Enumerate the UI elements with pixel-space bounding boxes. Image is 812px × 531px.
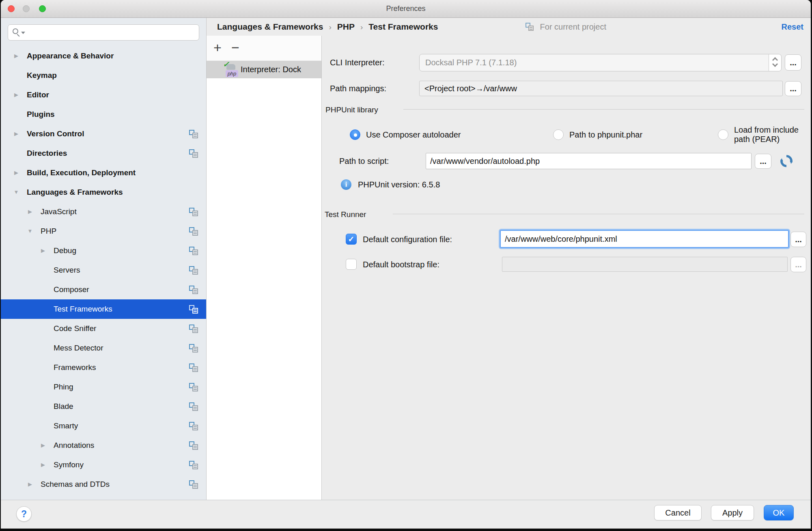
ok-button[interactable]: OK xyxy=(764,505,794,520)
radio-load-from-include-path-pear[interactable]: Load from include path (PEAR) xyxy=(718,128,811,141)
radio-label: Use Composer autoloader xyxy=(366,130,461,140)
default-bootstrap-file-label: Default bootstrap file: xyxy=(363,258,439,271)
sidebar-item-phing[interactable]: Phing xyxy=(1,377,206,397)
default-bootstrap-file-browse-button[interactable]: ... xyxy=(790,257,806,272)
radio-icon xyxy=(350,129,360,140)
sidebar-item-label: Smarty xyxy=(54,421,78,430)
radio-icon xyxy=(553,129,564,140)
breadcrumb-php[interactable]: PHP xyxy=(337,22,355,31)
sidebar-item-label: Build, Execution, Deployment xyxy=(27,168,136,177)
help-button[interactable]: ? xyxy=(16,506,32,522)
breadcrumb-separator-icon: › xyxy=(360,23,363,31)
reset-link[interactable]: Reset xyxy=(782,18,803,36)
default-bootstrap-file-checkbox[interactable] xyxy=(346,259,357,270)
sidebar-item-mess-detector[interactable]: Mess Detector xyxy=(1,338,206,358)
tree-toggle-icon[interactable]: ▶ xyxy=(12,85,20,105)
sidebar-item-schemas-and-dtds[interactable]: ▶ Schemas and DTDs xyxy=(1,475,206,494)
tree-toggle-icon[interactable]: ▼ xyxy=(12,183,20,202)
cli-interpreter-value: Docksal PHP 7.1 (7.1.18) xyxy=(425,54,765,71)
interpreter-item-label: Interpreter: Dock xyxy=(241,65,301,74)
radio-label: Load from include path (PEAR) xyxy=(734,125,811,144)
tree-toggle-icon[interactable]: ▼ xyxy=(26,221,34,241)
tree-toggle-icon[interactable]: ▶ xyxy=(12,46,20,66)
per-project-icon xyxy=(189,286,198,294)
sidebar-item-label: Frameworks xyxy=(54,363,96,372)
sidebar-item-build-execution-deployment[interactable]: ▶ Build, Execution, Deployment xyxy=(1,163,206,183)
radio-use-composer-autoloader[interactable]: Use Composer autoloader xyxy=(350,128,461,141)
sidebar-item-smarty[interactable]: Smarty xyxy=(1,416,206,436)
breadcrumb-languages-frameworks[interactable]: Languages & Frameworks xyxy=(217,22,323,31)
per-project-icon xyxy=(189,130,198,138)
per-project-icon xyxy=(189,227,198,236)
path-to-script-browse-button[interactable]: ... xyxy=(755,154,771,169)
sidebar-item-languages-frameworks[interactable]: ▼ Languages & Frameworks xyxy=(1,183,206,202)
tree-toggle-icon[interactable]: ▶ xyxy=(26,475,34,494)
breadcrumb: Languages & Frameworks›PHP›Test Framewor… xyxy=(217,18,438,36)
cancel-button[interactable]: Cancel xyxy=(654,505,702,520)
sidebar-item-plugins[interactable]: Plugins xyxy=(1,105,206,124)
radio-icon xyxy=(718,129,728,140)
sidebar-item-label: Keymap xyxy=(27,71,57,80)
stepper-icon[interactable] xyxy=(769,54,781,71)
sidebar-item-javascript[interactable]: ▶ JavaScript xyxy=(1,202,206,221)
sidebar-item-appearance-behavior[interactable]: ▶ Appearance & Behavior xyxy=(1,46,206,66)
sidebar-item-composer[interactable]: Composer xyxy=(1,280,206,299)
per-project-icon xyxy=(189,383,198,391)
sidebar-item-symfony[interactable]: ▶ Symfony xyxy=(1,455,206,475)
cli-interpreter-browse-button[interactable]: ... xyxy=(785,54,801,71)
per-project-icon xyxy=(189,208,198,216)
default-bootstrap-file-input xyxy=(502,257,788,272)
sidebar-item-label: Version Control xyxy=(27,129,84,138)
sidebar-item-servers[interactable]: Servers xyxy=(1,260,206,280)
sidebar-item-frameworks[interactable]: Frameworks xyxy=(1,358,206,377)
interpreter-list-item[interactable]: ✓ php Interpreter: Dock xyxy=(207,61,321,78)
sidebar-item-keymap[interactable]: Keymap xyxy=(1,66,206,85)
search-icon xyxy=(13,28,18,34)
tree-toggle-icon[interactable]: ▶ xyxy=(12,124,20,144)
per-project-icon xyxy=(189,441,198,450)
sidebar-item-label: Servers xyxy=(54,266,80,274)
sidebar-item-code-sniffer[interactable]: Code Sniffer xyxy=(1,319,206,338)
search-input[interactable] xyxy=(28,26,194,39)
remove-interpreter-button[interactable]: − xyxy=(228,36,242,61)
add-interpreter-button[interactable]: + xyxy=(211,36,224,61)
phpunit-version-note: PHPUnit version: 6.5.8 xyxy=(358,179,440,190)
path-mappings-browse-button[interactable]: ... xyxy=(785,81,801,96)
default-configuration-file-browse-button[interactable]: ... xyxy=(790,232,806,247)
sidebar-item-directories[interactable]: Directories xyxy=(1,144,206,163)
sidebar-item-test-frameworks[interactable]: Test Frameworks xyxy=(1,299,206,319)
tree-toggle-icon[interactable]: ▶ xyxy=(12,163,20,183)
tree-toggle-icon[interactable]: ▶ xyxy=(26,202,34,221)
sidebar-item-label: Composer xyxy=(54,285,89,294)
apply-button[interactable]: Apply xyxy=(711,505,754,520)
sidebar-item-annotations[interactable]: ▶ Annotations xyxy=(1,436,206,455)
sidebar-item-label: Plugins xyxy=(27,110,55,118)
per-project-icon xyxy=(189,461,198,469)
settings-header: Languages & Frameworks›PHP›Test Framewor… xyxy=(207,18,811,36)
sidebar-item-debug[interactable]: ▶ Debug xyxy=(1,241,206,260)
sidebar-item-editor[interactable]: ▶ Editor xyxy=(1,85,206,105)
default-configuration-file-input[interactable] xyxy=(500,230,789,248)
tree-toggle-icon[interactable]: ▶ xyxy=(39,241,47,260)
tree-toggle-icon[interactable]: ▶ xyxy=(39,455,47,475)
sidebar-item-blade[interactable]: Blade xyxy=(1,397,206,416)
sidebar-item-label: Phing xyxy=(54,383,73,391)
reload-phpunit-version-icon[interactable] xyxy=(778,153,795,169)
radio-path-to-phpunit-phar[interactable]: Path to phpunit.phar xyxy=(553,128,642,141)
sidebar-item-label: Symfony xyxy=(54,460,84,469)
settings-sidebar: ▶ Appearance & Behavior Keymap ▶ Editor … xyxy=(1,18,207,500)
per-project-icon xyxy=(189,422,198,430)
default-configuration-file-checkbox[interactable]: ✓ xyxy=(346,234,357,245)
per-project-icon xyxy=(189,344,198,353)
path-to-script-input[interactable] xyxy=(426,153,752,169)
tree-toggle-icon[interactable]: ▶ xyxy=(39,436,47,455)
cli-interpreter-select[interactable]: Docksal PHP 7.1 (7.1.18) xyxy=(419,54,782,71)
per-project-icon xyxy=(189,480,198,489)
sidebar-item-php[interactable]: ▼ PHP xyxy=(1,221,206,241)
per-project-icon xyxy=(189,363,198,372)
settings-search-box[interactable] xyxy=(8,24,199,41)
breadcrumb-test-frameworks[interactable]: Test Frameworks xyxy=(368,22,438,31)
sidebar-item-label: Editor xyxy=(27,90,49,99)
sidebar-item-label: Blade xyxy=(54,402,73,411)
sidebar-item-version-control[interactable]: ▶ Version Control xyxy=(1,124,206,144)
